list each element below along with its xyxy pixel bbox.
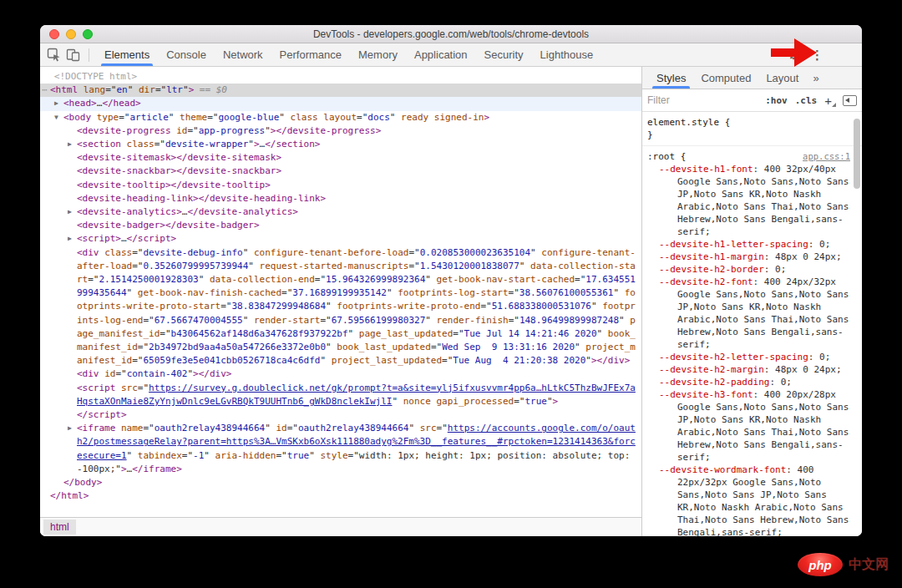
breadcrumb: html — [40, 517, 641, 536]
tab-application[interactable]: Application — [406, 43, 476, 66]
tab-lighthouse[interactable]: Lighthouse — [532, 43, 602, 66]
toggle-sidebar-pane-icon[interactable] — [843, 95, 857, 106]
site-watermark: php 中文网 — [798, 553, 889, 576]
dom-node[interactable]: ▶<script>…</script> — [40, 232, 641, 246]
minimize-window-button[interactable] — [66, 29, 76, 39]
css-declaration[interactable]: --devsite-h2-padding: 0; — [647, 376, 850, 388]
expand-icon[interactable]: ▶ — [68, 232, 72, 246]
dom-node[interactable]: ▶<section class="devsite-wrapper">…</sec… — [40, 138, 641, 151]
dom-node[interactable]: ▶<iframe name="oauth2relay438944664" id=… — [40, 422, 641, 476]
css-declaration[interactable]: --devsite-h1-font: 400 32px/40px Google … — [647, 163, 850, 238]
dom-tree: <!DOCTYPE html>⋯<html lang="en" dir="ltr… — [40, 67, 641, 517]
collapse-icon[interactable]: ▼ — [54, 111, 58, 124]
expand-icon[interactable]: ▶ — [68, 422, 72, 435]
sidebar-tab-computed[interactable]: Computed — [693, 67, 758, 89]
dom-node[interactable]: </script> — [40, 408, 641, 422]
tab-performance[interactable]: Performance — [271, 43, 350, 66]
overflow-dots-icon: ⋯ — [42, 84, 47, 97]
traffic-lights — [49, 29, 93, 39]
tab-network[interactable]: Network — [215, 43, 271, 66]
css-rule[interactable]: :root {app.css:1--devsite-h1-font: 400 3… — [642, 146, 862, 536]
dom-node[interactable]: <div id="contain-402"></div> — [40, 368, 641, 381]
sidebar-tab-layout[interactable]: Layout — [758, 67, 806, 89]
toolbar-divider — [89, 48, 89, 62]
devtools-main: <!DOCTYPE html>⋯<html lang="en" dir="ltr… — [40, 67, 862, 536]
dom-node[interactable]: ▼<body type="article" theme="google-blue… — [40, 111, 641, 124]
titlebar: DevTools - developers.google.com/web/too… — [40, 25, 862, 43]
dom-node[interactable]: <devsite-badger></devsite-badger> — [40, 219, 641, 232]
css-declaration[interactable]: --devsite-h2-margin: 48px 0 24px; — [647, 363, 850, 376]
class-toggle[interactable]: .cls — [795, 95, 818, 106]
rule-source-link[interactable]: app.css:1 — [803, 150, 850, 163]
styles-filter-row: :hov .cls + — [642, 89, 862, 112]
annotation-arrow — [770, 36, 818, 69]
css-rules-list: element.style {}:root {app.css:1--devsit… — [642, 112, 862, 536]
css-declaration[interactable]: --devsite-h2-border: 0; — [647, 263, 850, 276]
watermark-text: 中文网 — [849, 556, 889, 574]
css-declaration[interactable]: --devsite-h1-margin: 48px 0 24px; — [647, 251, 850, 263]
dom-node[interactable]: <script src="https://survey.g.doubleclic… — [40, 382, 641, 408]
expand-icon[interactable]: ▶ — [68, 138, 72, 151]
elements-panel: <!DOCTYPE html>⋯<html lang="en" dir="ltr… — [40, 67, 641, 536]
dom-node[interactable]: <div class="devsite-debug-info" configur… — [40, 246, 641, 368]
pseudo-state-toggle[interactable]: :hov — [765, 95, 788, 106]
dom-node[interactable]: <devsite-progress id="app-progress"></de… — [40, 124, 641, 138]
zoom-window-button[interactable] — [83, 29, 93, 39]
tab-elements[interactable]: Elements — [96, 43, 158, 66]
new-style-rule-button[interactable]: + — [824, 94, 835, 108]
breadcrumb-item[interactable]: html — [43, 520, 76, 535]
devtools-toolbar: ElementsConsoleNetworkPerformanceMemoryA… — [40, 43, 862, 67]
expand-icon[interactable]: ▶ — [54, 97, 58, 110]
more-tabs-icon[interactable]: » — [806, 67, 825, 89]
styles-sidebar: » StylesComputedLayout :hov .cls + eleme… — [641, 67, 862, 536]
sidebar-tab-styles[interactable]: Styles — [649, 67, 693, 89]
dom-node[interactable]: <devsite-tooltip></devsite-tooltip> — [40, 179, 641, 192]
dom-node[interactable]: <devsite-snackbar></devsite-snackbar> — [40, 165, 641, 178]
rule-selector: element.style { — [647, 116, 730, 129]
screenshot-stage: DevTools - developers.google.com/web/too… — [0, 0, 902, 588]
window-title: DevTools - developers.google.com/web/too… — [313, 28, 589, 40]
css-rule[interactable]: element.style {} — [642, 112, 862, 146]
styles-filter-input[interactable] — [647, 94, 758, 106]
tab-console[interactable]: Console — [158, 43, 215, 66]
devtools-window: DevTools - developers.google.com/web/too… — [40, 25, 862, 536]
dom-node[interactable]: </body> — [40, 476, 641, 489]
css-declaration[interactable]: --devsite-wordmark-font: 400 22px/32px G… — [647, 464, 850, 536]
dom-node[interactable]: ⋯<html lang="en" dir="ltr"> == $0 — [40, 84, 641, 97]
panel-tabs: ElementsConsoleNetworkPerformanceMemoryA… — [96, 43, 601, 66]
css-declaration[interactable]: --devsite-h1-letter-spacing: 0; — [647, 238, 850, 251]
close-window-button[interactable] — [49, 29, 59, 39]
php-logo-icon: php — [798, 553, 843, 576]
inspect-element-icon[interactable] — [47, 48, 61, 62]
dom-node[interactable]: <!DOCTYPE html> — [40, 70, 641, 84]
dom-node[interactable]: </html> — [40, 489, 641, 503]
expand-icon[interactable]: ▶ — [68, 205, 72, 219]
sidebar-tabs: » StylesComputedLayout — [642, 67, 862, 89]
rule-selector: :root { — [647, 150, 686, 163]
css-declaration[interactable]: --devsite-h3-font: 400 20px/28px Google … — [647, 388, 850, 464]
styles-scrollbar[interactable] — [854, 119, 860, 189]
dom-node[interactable]: <devsite-heading-link></devsite-heading-… — [40, 192, 641, 205]
dom-node[interactable]: <devsite-sitemask></devsite-sitemask> — [40, 151, 641, 165]
css-declaration[interactable]: --devsite-h2-font: 400 24px/32px Google … — [647, 276, 850, 351]
css-declaration[interactable]: --devsite-h2-letter-spacing: 0; — [647, 351, 850, 363]
tab-memory[interactable]: Memory — [350, 43, 406, 66]
device-toolbar-icon[interactable] — [66, 48, 80, 62]
dom-node[interactable]: ▶<head>…</head> — [40, 97, 641, 110]
tab-security[interactable]: Security — [476, 43, 532, 66]
dom-node[interactable]: ▶<devsite-analytics>…</devsite-analytics… — [40, 205, 641, 219]
